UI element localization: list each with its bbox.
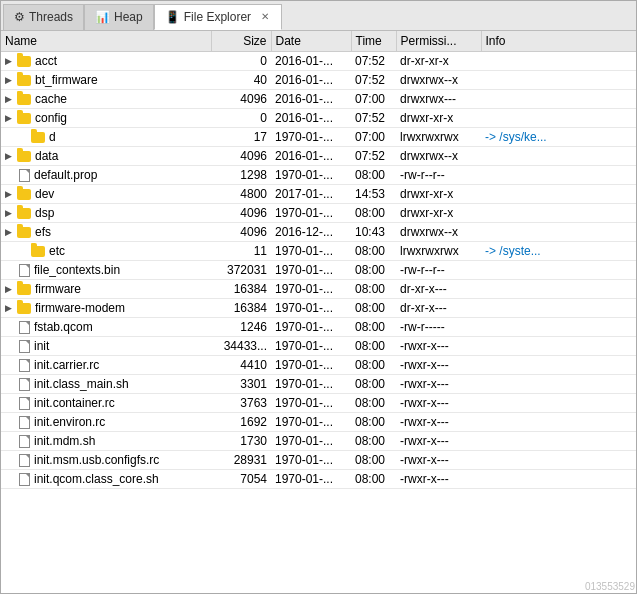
col-header-time[interactable]: Time xyxy=(351,31,396,52)
cell-date: 2016-01-... xyxy=(271,109,351,128)
table-row[interactable]: init.class_main.sh33011970-01-...08:00-r… xyxy=(1,375,636,394)
cell-name: init.class_main.sh xyxy=(1,375,211,394)
cell-time: 07:52 xyxy=(351,52,396,71)
table-row[interactable]: ▶dev48002017-01-...14:53drwxr-xr-x xyxy=(1,185,636,204)
table-row[interactable]: init.environ.rc16921970-01-...08:00-rwxr… xyxy=(1,413,636,432)
table-row[interactable]: etc111970-01-...08:00lrwxrwxrwx-> /syste… xyxy=(1,242,636,261)
tab-heap[interactable]: 📊Heap xyxy=(84,4,154,30)
cell-info xyxy=(481,204,636,223)
table-row[interactable]: init34433...1970-01-...08:00-rwxr-x--- xyxy=(1,337,636,356)
cell-name: ▶efs xyxy=(1,223,211,242)
cell-size: 4410 xyxy=(211,356,271,375)
col-header-perm[interactable]: Permissi... xyxy=(396,31,481,52)
cell-info: -> /syste... xyxy=(481,242,636,261)
table-row[interactable]: ▶config02016-01-...07:52drwxr-xr-x xyxy=(1,109,636,128)
cell-size: 4096 xyxy=(211,223,271,242)
entry-name-text: dev xyxy=(35,187,54,201)
expand-arrow-icon[interactable]: ▶ xyxy=(5,284,15,294)
file-explorer-table-container[interactable]: Name Size Date Time Permissi... Info ▶ac… xyxy=(1,31,636,593)
cell-name: init.qcom.class_core.sh xyxy=(1,470,211,489)
cell-info xyxy=(481,185,636,204)
folder-icon xyxy=(17,189,31,200)
cell-permission: drwxrwx--x xyxy=(396,223,481,242)
file-icon xyxy=(19,454,30,467)
expand-arrow-icon[interactable]: ▶ xyxy=(5,227,15,237)
cell-size: 4096 xyxy=(211,90,271,109)
folder-icon xyxy=(17,151,31,162)
table-row[interactable]: ▶firmware163841970-01-...08:00dr-xr-x--- xyxy=(1,280,636,299)
table-row[interactable]: ▶bt_firmware402016-01-...07:52drwxrwx--x xyxy=(1,71,636,90)
table-row[interactable]: ▶efs40962016-12-...10:43drwxrwx--x xyxy=(1,223,636,242)
table-row[interactable]: init.container.rc37631970-01-...08:00-rw… xyxy=(1,394,636,413)
cell-size: 0 xyxy=(211,109,271,128)
table-row[interactable]: init.carrier.rc44101970-01-...08:00-rwxr… xyxy=(1,356,636,375)
cell-info: -> /sys/ke... xyxy=(481,128,636,147)
cell-info xyxy=(481,223,636,242)
col-header-date[interactable]: Date xyxy=(271,31,351,52)
table-row[interactable]: init.mdm.sh17301970-01-...08:00-rwxr-x--… xyxy=(1,432,636,451)
expand-arrow-icon[interactable]: ▶ xyxy=(5,56,15,66)
cell-date: 1970-01-... xyxy=(271,356,351,375)
cell-permission: -rwxr-x--- xyxy=(396,470,481,489)
file-icon xyxy=(19,340,30,353)
expand-arrow-icon[interactable]: ▶ xyxy=(5,151,15,161)
col-header-info[interactable]: Info xyxy=(481,31,636,52)
cell-size: 17 xyxy=(211,128,271,147)
cell-date: 2016-01-... xyxy=(271,147,351,166)
entry-name-text: init.container.rc xyxy=(34,396,115,410)
entry-name-text: firmware-modem xyxy=(35,301,125,315)
tab-threads[interactable]: ⚙Threads xyxy=(3,4,84,30)
cell-name: ▶firmware-modem xyxy=(1,299,211,318)
table-row[interactable]: ▶data40962016-01-...07:52drwxrwx--x xyxy=(1,147,636,166)
table-row[interactable]: ▶acct02016-01-...07:52dr-xr-xr-x xyxy=(1,52,636,71)
cell-info xyxy=(481,280,636,299)
cell-size: 4800 xyxy=(211,185,271,204)
file-icon xyxy=(19,435,30,448)
table-row[interactable]: ▶dsp40961970-01-...08:00drwxr-xr-x xyxy=(1,204,636,223)
expand-arrow-icon[interactable]: ▶ xyxy=(5,94,15,104)
cell-name: etc xyxy=(1,242,211,261)
cell-date: 1970-01-... xyxy=(271,432,351,451)
expand-arrow-icon[interactable]: ▶ xyxy=(5,113,15,123)
table-row[interactable]: ▶cache40962016-01-...07:00drwxrwx--- xyxy=(1,90,636,109)
tab-close-button[interactable]: ✕ xyxy=(259,11,271,22)
table-row[interactable]: init.msm.usb.configfs.rc289311970-01-...… xyxy=(1,451,636,470)
cell-date: 1970-01-... xyxy=(271,261,351,280)
file-table: Name Size Date Time Permissi... Info ▶ac… xyxy=(1,31,636,489)
entry-name-text: config xyxy=(35,111,67,125)
tab-file-explorer[interactable]: 📱File Explorer✕ xyxy=(154,4,282,30)
entry-name-text: fstab.qcom xyxy=(34,320,93,334)
entry-name-text: init.mdm.sh xyxy=(34,434,95,448)
cell-date: 1970-01-... xyxy=(271,242,351,261)
cell-name: ▶data xyxy=(1,147,211,166)
table-row[interactable]: file_contexts.bin3720311970-01-...08:00-… xyxy=(1,261,636,280)
entry-name-text: init.environ.rc xyxy=(34,415,105,429)
table-row[interactable]: default.prop12981970-01-...08:00-rw-r--r… xyxy=(1,166,636,185)
expand-arrow-icon[interactable]: ▶ xyxy=(5,208,15,218)
cell-permission: -rwxr-x--- xyxy=(396,432,481,451)
file-explorer-icon: 📱 xyxy=(165,10,180,24)
table-row[interactable]: fstab.qcom12461970-01-...08:00-rw-r----- xyxy=(1,318,636,337)
col-header-size[interactable]: Size xyxy=(211,31,271,52)
cell-size: 3301 xyxy=(211,375,271,394)
cell-date: 1970-01-... xyxy=(271,375,351,394)
cell-info xyxy=(481,147,636,166)
expand-arrow-icon[interactable]: ▶ xyxy=(5,75,15,85)
table-row[interactable]: init.qcom.class_core.sh70541970-01-...08… xyxy=(1,470,636,489)
table-row[interactable]: d171970-01-...07:00lrwxrwxrwx-> /sys/ke.… xyxy=(1,128,636,147)
expand-arrow-icon[interactable]: ▶ xyxy=(5,189,15,199)
entry-name-text: init.msm.usb.configfs.rc xyxy=(34,453,159,467)
cell-size: 1246 xyxy=(211,318,271,337)
cell-time: 08:00 xyxy=(351,375,396,394)
entry-name-text: init xyxy=(34,339,49,353)
expand-arrow-icon[interactable]: ▶ xyxy=(5,303,15,313)
table-row[interactable]: ▶firmware-modem163841970-01-...08:00dr-x… xyxy=(1,299,636,318)
cell-date: 1970-01-... xyxy=(271,451,351,470)
cell-size: 4096 xyxy=(211,204,271,223)
folder-icon xyxy=(17,303,31,314)
cell-permission: dr-xr-x--- xyxy=(396,299,481,318)
threads-icon: ⚙ xyxy=(14,10,25,24)
cell-name: default.prop xyxy=(1,166,211,185)
col-header-name[interactable]: Name xyxy=(1,31,211,52)
cell-info xyxy=(481,470,636,489)
